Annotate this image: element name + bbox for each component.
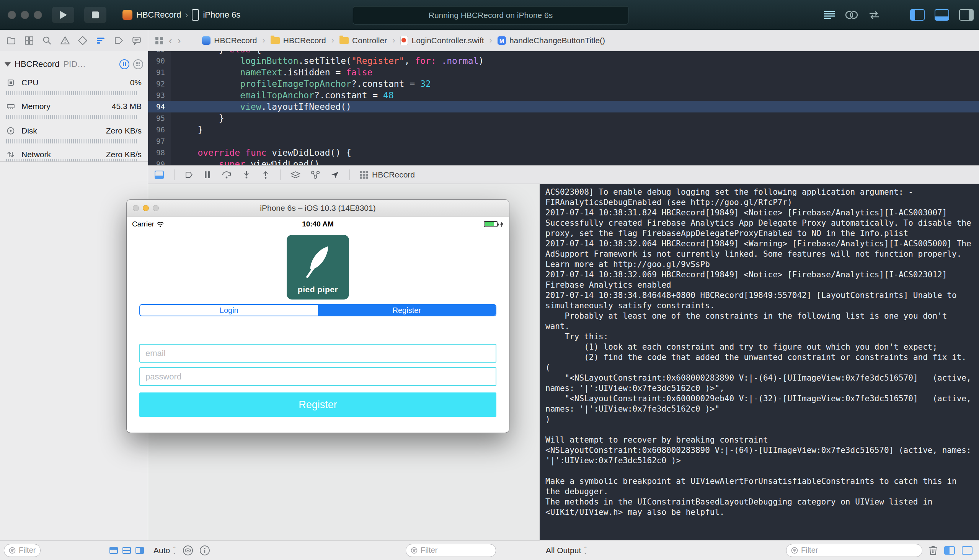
- code-line-95[interactable]: 95 }: [148, 112, 979, 124]
- code-line-90[interactable]: 90 loginButton.setTitle("Register", for:…: [148, 55, 979, 67]
- console-line: [545, 425, 974, 435]
- memory-gauge-row[interactable]: Memory 45.3 MB: [0, 100, 148, 113]
- code-text: nameText.isHidden = false: [171, 67, 373, 78]
- footer-toggle-icon-1[interactable]: [109, 547, 118, 554]
- report-navigator-icon[interactable]: [132, 35, 142, 45]
- breadcrumb-file[interactable]: LoginController.swift: [400, 36, 484, 45]
- step-out-button[interactable]: [261, 170, 270, 179]
- activity-status-text: Running HBCRecord on iPhone 6s: [429, 11, 553, 20]
- breakpoint-navigator-icon[interactable]: [114, 35, 124, 45]
- toggle-navigator-button[interactable]: [910, 9, 925, 21]
- clear-console-trash-button[interactable]: [929, 545, 938, 556]
- scheme-project-label[interactable]: HBCRecord: [136, 10, 181, 20]
- pause-process-icon[interactable]: [119, 59, 129, 69]
- test-navigator-icon[interactable]: [78, 35, 88, 45]
- step-into-button[interactable]: [242, 170, 251, 179]
- pause-execution-button[interactable]: [204, 170, 211, 179]
- project-navigator-icon[interactable]: [6, 35, 16, 45]
- password-placeholder: password: [145, 372, 181, 382]
- step-over-button[interactable]: [221, 170, 232, 179]
- simulator-screen[interactable]: Carrier 10:40 AM pied piper Login Regist…: [127, 217, 509, 432]
- simulator-titlebar[interactable]: iPhone 6s – iOS 10.3 (14E8301): [127, 200, 509, 217]
- zoom-window-button[interactable]: [153, 205, 159, 211]
- quicklook-eye-icon[interactable]: [182, 545, 193, 556]
- disk-gauge-row[interactable]: Disk Zero KB/s: [0, 124, 148, 138]
- related-items-icon[interactable]: [155, 36, 164, 45]
- process-row[interactable]: HBCRecord PID…: [0, 57, 148, 72]
- back-button[interactable]: ‹: [169, 35, 172, 45]
- charging-bolt-icon: [500, 221, 504, 227]
- zoom-window-button[interactable]: [34, 11, 42, 19]
- variables-scope-selector[interactable]: Auto ⌃⌄: [154, 546, 176, 555]
- source-editor[interactable]: 89 } else {90 loginButton.setTitle("Regi…: [148, 51, 979, 165]
- divider: [280, 170, 281, 180]
- toggle-inspectors-button[interactable]: [959, 9, 974, 21]
- standard-editor-button[interactable]: [824, 10, 835, 20]
- search-navigator-icon[interactable]: [42, 35, 52, 45]
- register-segment[interactable]: Register: [318, 305, 496, 315]
- minimize-window-button[interactable]: [143, 205, 149, 211]
- cpu-gauge-row[interactable]: CPU 0%: [0, 76, 148, 90]
- show-console-pane-button[interactable]: [961, 546, 973, 555]
- assistant-editor-button[interactable]: [845, 10, 858, 20]
- issue-navigator-icon[interactable]: [60, 35, 70, 45]
- code-line-93[interactable]: 93 emailTopAnchor?.constant = 48: [148, 90, 979, 101]
- run-button[interactable]: [52, 7, 74, 23]
- footer-toggle-icon-3[interactable]: [135, 547, 144, 554]
- memory-graph-button[interactable]: [311, 170, 320, 179]
- code-line-94[interactable]: 94 view.layoutIfNeeded(): [148, 101, 979, 112]
- code-line-89[interactable]: 89 } else {: [148, 51, 979, 55]
- code-line-99[interactable]: 99 super.viewDidLoad(): [148, 158, 979, 165]
- navigator-filter-field[interactable]: Filter: [4, 544, 40, 557]
- console-line: ACS023008] To enable debug logging set t…: [545, 187, 974, 208]
- disclosure-triangle-icon[interactable]: [5, 62, 11, 67]
- show-variables-pane-button[interactable]: [944, 546, 955, 555]
- code-line-96[interactable]: 96 }: [148, 124, 979, 135]
- breakpoints-toggle-button[interactable]: [184, 170, 194, 179]
- view-hierarchy-button[interactable]: [291, 170, 301, 179]
- breadcrumb-group[interactable]: HBCRecord: [271, 36, 326, 45]
- close-window-button[interactable]: [133, 205, 139, 211]
- scheme-device-label[interactable]: iPhone 6s: [203, 10, 241, 20]
- toggle-debug-area-button[interactable]: [935, 9, 949, 21]
- console-scope-selector[interactable]: All Output ⌃⌄: [546, 546, 588, 555]
- variables-filter-field[interactable]: Filter: [406, 544, 496, 557]
- debug-navigator-icon[interactable]: [96, 35, 105, 45]
- forward-button[interactable]: ›: [177, 35, 181, 45]
- email-field[interactable]: email: [139, 344, 496, 363]
- console-pane[interactable]: ACS023008] To enable debug logging set t…: [540, 184, 979, 540]
- crumb-separator-icon: ›: [392, 35, 395, 45]
- code-line-97[interactable]: 97: [148, 135, 979, 147]
- footer-toggle-icon-2[interactable]: [122, 547, 131, 554]
- simulate-location-button[interactable]: [330, 170, 339, 179]
- print-description-icon[interactable]: [199, 545, 210, 556]
- breadcrumb-label[interactable]: HBCRecord: [283, 36, 326, 45]
- gauge-label: CPU: [22, 78, 38, 87]
- breadcrumb-label[interactable]: HBCRecord: [214, 36, 257, 45]
- breadcrumb-project[interactable]: HBCRecord: [202, 36, 257, 45]
- process-view-mode-icon[interactable]: [133, 59, 143, 69]
- version-editor-button[interactable]: [868, 10, 880, 20]
- breadcrumb-controller-group[interactable]: Controller: [339, 36, 387, 45]
- console-filter-field[interactable]: Filter: [786, 544, 922, 557]
- folder-icon: [271, 37, 280, 44]
- hide-debug-area-button[interactable]: [154, 170, 164, 179]
- login-segment[interactable]: Login: [140, 305, 318, 315]
- stop-button[interactable]: [84, 7, 106, 23]
- code-line-98[interactable]: 98 override func viewDidLoad() {: [148, 147, 979, 158]
- code-line-91[interactable]: 91 nameText.isHidden = false: [148, 67, 979, 78]
- breadcrumb-label[interactable]: handleChangeButtonTitle(): [510, 36, 605, 45]
- register-button[interactable]: Register: [139, 392, 496, 417]
- minimize-window-button[interactable]: [21, 11, 29, 19]
- close-window-button[interactable]: [8, 11, 16, 19]
- breadcrumb-method[interactable]: M handleChangeButtonTitle(): [498, 36, 605, 45]
- debug-process-selector[interactable]: HBCRecord: [360, 170, 415, 179]
- sidebar-separator: [0, 162, 148, 162]
- breadcrumb-label[interactable]: Controller: [352, 36, 387, 45]
- simulator-window[interactable]: iPhone 6s – iOS 10.3 (14E8301) Carrier 1…: [127, 200, 509, 433]
- password-field[interactable]: password: [139, 367, 496, 386]
- symbol-navigator-icon[interactable]: [24, 35, 34, 45]
- breadcrumb-label[interactable]: LoginController.swift: [411, 36, 484, 45]
- scheme-selector[interactable]: HBCRecord › iPhone 6s: [122, 9, 241, 21]
- code-line-92[interactable]: 92 profileImageTopAnchor?.constant = 32: [148, 78, 979, 90]
